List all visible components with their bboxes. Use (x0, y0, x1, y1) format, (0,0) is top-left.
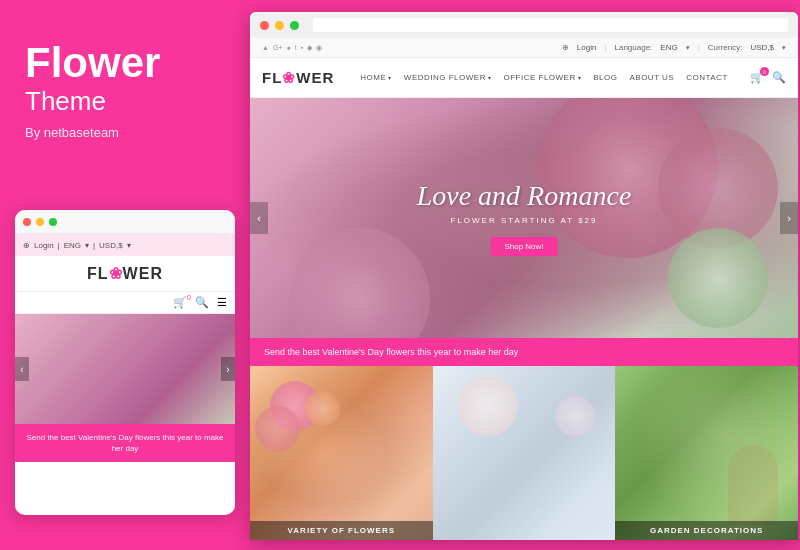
mobile-slider: ‹ › (15, 314, 235, 424)
social-icon-4: t (295, 44, 297, 52)
mobile-logo: FL❀WER (87, 264, 163, 283)
product-card-middle[interactable] (433, 366, 616, 540)
mobile-mockup: ⊕ Login | ENG ▾ | USD,$ ▾ FL❀WER 🛒0 🔍 ☰ … (15, 210, 235, 515)
mobile-toolbar-left: ⊕ Login | ENG ▾ | USD,$ ▾ (23, 241, 131, 250)
mobile-toolbar: ⊕ Login | ENG ▾ | USD,$ ▾ (15, 234, 235, 256)
mobile-currency-chevron: ▾ (127, 241, 131, 250)
login-icon: ⊕ (562, 43, 569, 52)
utility-bar: ▲ G+ ● t ▪ ◆ ◉ ⊕ Login | Language: ENG ▾… (250, 38, 798, 58)
social-icon-5: ▪ (301, 44, 303, 52)
mobile-prev-arrow[interactable]: ‹ (15, 357, 29, 381)
mobile-lang: | (58, 241, 60, 250)
left-panel: Flower Theme By netbaseteam ⊕ Login | EN… (0, 0, 250, 550)
utility-separator-1: | (604, 43, 606, 52)
logo-flower-icon: ❀ (282, 69, 296, 86)
mobile-currency-sep: | (93, 241, 95, 250)
product-grid: VARIETY OF FLOWERS GARDEN DECORATIONS (250, 366, 798, 540)
currency-chevron: ▾ (782, 44, 786, 52)
browser-dot-green (290, 21, 299, 30)
nav-item-blog[interactable]: BLOG (593, 73, 617, 82)
nav-item-office[interactable]: OFFICE FLOWER ▾ (503, 73, 581, 82)
nav-home-chevron: ▾ (388, 74, 392, 81)
nav-blog-label: BLOG (593, 73, 617, 82)
product-label-flowers: VARIETY OF FLOWERS (250, 521, 433, 540)
mobile-logo-area: FL❀WER (15, 256, 235, 292)
nav-item-home[interactable]: HOME ▾ (360, 73, 392, 82)
mobile-login-icon: ⊕ (23, 241, 30, 250)
hero-subtitle: FLOWER STARTING AT $29 (417, 216, 632, 225)
caption-bar: Send the best Valentine's Day flowers th… (250, 338, 798, 366)
social-icon-2: G+ (273, 44, 283, 52)
hero-prev-arrow[interactable]: ‹ (250, 202, 268, 234)
nav-item-wedding[interactable]: WEDDING FLOWER ▾ (404, 73, 492, 82)
nav-right: 🛒 0 🔍 (750, 71, 786, 84)
mobile-lang-value[interactable]: ENG (64, 241, 81, 250)
mobile-dot-red (23, 218, 31, 226)
mobile-next-arrow[interactable]: › (221, 357, 235, 381)
leaf-decoration (668, 228, 768, 328)
mobile-menu-icon[interactable]: ☰ (217, 296, 227, 309)
hero-title: Love and Romance (417, 180, 632, 212)
nav-wedding-chevron: ▾ (488, 74, 492, 81)
mobile-login-label[interactable]: Login (34, 241, 54, 250)
mobile-currency-value[interactable]: USD,$ (99, 241, 123, 250)
hero-content: Love and Romance FLOWER STARTING AT $29 … (417, 180, 632, 256)
mobile-dot-green (49, 218, 57, 226)
language-label: Language: (615, 43, 653, 52)
nav-about-label: ABOUT US (629, 73, 674, 82)
browser-mockup: ▲ G+ ● t ▪ ◆ ◉ ⊕ Login | Language: ENG ▾… (250, 12, 798, 540)
browser-url-bar[interactable] (313, 18, 788, 32)
nav-contact-label: CONTACT (686, 73, 728, 82)
caption-text: Send the best Valentine's Day flowers th… (264, 347, 518, 357)
currency-label: Currency: (708, 43, 743, 52)
nav-office-label: OFFICE FLOWER (503, 73, 575, 82)
hero-next-arrow[interactable]: › (780, 202, 798, 234)
product-card-garden[interactable]: GARDEN DECORATIONS (615, 366, 798, 540)
mobile-lang-chevron: ▾ (85, 241, 89, 250)
language-select[interactable]: ENG (660, 43, 677, 52)
brand-subtitle: Theme (25, 86, 225, 117)
brand-byline: By netbaseteam (25, 125, 225, 140)
social-icon-3: ● (286, 44, 290, 52)
cart-badge: 0 (760, 67, 769, 76)
mobile-dot-yellow (36, 218, 44, 226)
mobile-search-icon[interactable]: 🔍 (195, 296, 209, 309)
nav-bar: FL❀WER HOME ▾ WEDDING FLOWER ▾ OFFICE FL… (250, 58, 798, 98)
browser-top-bar (250, 12, 798, 38)
cart-button[interactable]: 🛒 0 (750, 71, 764, 84)
mobile-cart-icon[interactable]: 🛒0 (173, 296, 187, 309)
social-icon-7: ◉ (316, 44, 322, 52)
hero-slider: Love and Romance FLOWER STARTING AT $29 … (250, 98, 798, 338)
mobile-logo-flower: ❀ (109, 265, 123, 282)
browser-dot-yellow (275, 21, 284, 30)
nav-item-about[interactable]: ABOUT US (629, 73, 674, 82)
nav-item-contact[interactable]: CONTACT (686, 73, 728, 82)
nav-home-label: HOME (360, 73, 386, 82)
brand-title: Flower (25, 40, 225, 86)
language-chevron: ▾ (686, 44, 690, 52)
product-card-flowers[interactable]: VARIETY OF FLOWERS (250, 366, 433, 540)
nav-wedding-label: WEDDING FLOWER (404, 73, 486, 82)
mobile-caption: Send the best Valentine's Day flowers th… (15, 424, 235, 462)
search-icon[interactable]: 🔍 (772, 71, 786, 84)
mobile-icons-bar: 🛒0 🔍 ☰ (15, 292, 235, 314)
utility-bar-icons: ▲ G+ ● t ▪ ◆ ◉ (262, 44, 322, 52)
product-label-garden: GARDEN DECORATIONS (615, 521, 798, 540)
nav-office-chevron: ▾ (578, 74, 582, 81)
social-icon-1: ▲ (262, 44, 269, 52)
social-icon-6: ◆ (307, 44, 312, 52)
login-link[interactable]: Login (577, 43, 597, 52)
browser-dot-red (260, 21, 269, 30)
nav-menu: HOME ▾ WEDDING FLOWER ▾ OFFICE FLOWER ▾ … (360, 73, 727, 82)
site-logo[interactable]: FL❀WER (262, 69, 334, 87)
mobile-top-bar (15, 210, 235, 234)
shop-now-button[interactable]: Shop Now! (490, 237, 557, 256)
utility-separator-2: | (698, 43, 700, 52)
currency-select[interactable]: USD,$ (750, 43, 774, 52)
mobile-caption-text: Send the best Valentine's Day flowers th… (26, 433, 223, 453)
